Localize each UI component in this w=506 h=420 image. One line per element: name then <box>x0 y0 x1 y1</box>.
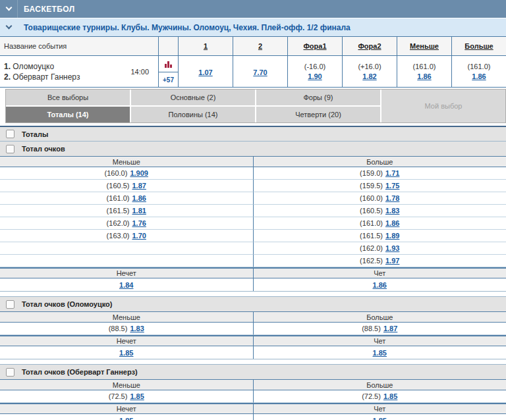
odds-link[interactable]: 1.93 <box>385 244 399 252</box>
odds-link[interactable]: 1.87 <box>383 325 397 332</box>
odds-link[interactable]: 1.85 <box>373 417 387 420</box>
tab-halves[interactable]: Половины (14) <box>131 107 255 122</box>
under-cell: (72.5)1.85 <box>0 390 253 403</box>
over-column-header: Больше <box>253 311 506 323</box>
league-header-bar: Товарищеские турниры. Клубы. Мужчины. Ол… <box>0 18 506 36</box>
over-cell: (159.0)1.71 <box>253 167 506 180</box>
more-bets-link[interactable]: +57 <box>159 72 178 87</box>
event-time: 14:00 <box>130 68 154 76</box>
total-row: (160.5)1.87 (159.5)1.75 <box>0 180 506 192</box>
column-header-handicap2-link[interactable]: Фора2 <box>358 42 381 50</box>
even-column-header: Чет <box>253 335 506 346</box>
odds-link[interactable]: 1.89 <box>385 232 399 240</box>
total-param: (160.0) <box>105 169 128 177</box>
team1-total-table: Меньше Больше (88.5)1.83 (88.5)1.87 Нече… <box>0 311 506 359</box>
total-param: (160.5) <box>360 207 383 215</box>
section-title: Тотал очков (Оломоуцко) <box>22 300 112 308</box>
total-param: (161.5) <box>107 207 130 215</box>
odds-link[interactable]: 1.85 <box>119 349 133 357</box>
tab-handicaps[interactable]: Форы (9) <box>256 90 380 105</box>
total-param: (162.0) <box>360 244 383 252</box>
odds-link[interactable]: 1.07 <box>198 68 212 76</box>
tab-totals[interactable]: Тоталы (14) <box>6 107 130 122</box>
odds-link[interactable]: 1.83 <box>385 207 399 215</box>
team1: 1. Оломоуцко <box>4 61 130 72</box>
odds-link[interactable]: 1.71 <box>385 169 399 177</box>
odds-param: (-16.0) <box>304 63 325 70</box>
total-param: (159.5) <box>360 182 383 190</box>
column-header-under: Меньше <box>397 37 451 55</box>
odds-link[interactable]: 1.84 <box>119 281 133 289</box>
stats-button[interactable] <box>159 56 178 72</box>
tab-all-picks[interactable]: Все выборы <box>6 90 130 105</box>
odd-even-row: 1.84 1.86 <box>0 278 506 291</box>
section-title: Тотал очков (Оберварт Ганнерз) <box>22 368 138 376</box>
column-header-2-link[interactable]: 2 <box>258 42 262 50</box>
column-header-2: 2 <box>233 37 287 55</box>
over-cell: (160.5)1.83 <box>253 205 506 217</box>
tab-my-pick[interactable]: Мой выбор <box>381 90 505 122</box>
odds-link[interactable]: 1.82 <box>362 72 376 80</box>
odds-link[interactable]: 1.86 <box>373 281 387 289</box>
odd-column-header: Нечет <box>0 335 253 346</box>
league-collapse-button[interactable] <box>0 18 18 36</box>
over-column-header: Больше <box>253 379 506 390</box>
stats-column: +57 <box>158 56 178 87</box>
odds-link[interactable]: 1.75 <box>385 182 399 190</box>
odds-link[interactable]: 1.85 <box>119 417 133 420</box>
odds-link[interactable]: 1.85 <box>130 392 144 400</box>
odds-link[interactable]: 1.78 <box>385 194 399 202</box>
team2-name: Оберварт Ганнерз <box>13 72 80 82</box>
odds-link[interactable]: 7.70 <box>253 68 267 76</box>
even-column-header: Чет <box>253 267 506 278</box>
section-checkbox[interactable] <box>6 300 14 309</box>
odds-link[interactable]: 1.70 <box>132 232 146 240</box>
odds-link[interactable]: 1.86 <box>385 219 399 227</box>
under-cell: (162.0)1.76 <box>0 217 253 230</box>
section-header-team2-total: Тотал очков (Оберварт Ганнерз) <box>0 364 506 379</box>
odds-link[interactable]: 1.86 <box>472 72 486 80</box>
column-header-1-link[interactable]: 1 <box>204 42 208 50</box>
under-cell: (161.5)1.81 <box>0 205 253 217</box>
odds-link[interactable]: 1.86 <box>132 194 146 202</box>
column-header-over-link[interactable]: Больше <box>464 42 493 50</box>
tab-quarters[interactable]: Четверти (20) <box>256 107 380 122</box>
total-row: (88.5)1.83 (88.5)1.87 <box>0 323 506 335</box>
column-header-handicap1-link[interactable]: Фора1 <box>303 42 326 50</box>
section-checkbox[interactable] <box>6 130 14 138</box>
odds-link[interactable]: 1.83 <box>130 325 144 332</box>
odds-link[interactable]: 1.90 <box>308 72 322 80</box>
even-cell: 1.85 <box>253 346 506 359</box>
odds-link[interactable]: 1.76 <box>132 219 146 227</box>
odds-link[interactable]: 1.85 <box>373 349 387 357</box>
over-cell: (161.0)1.86 <box>253 217 506 230</box>
column-header-handicap2: Фора2 <box>342 37 397 55</box>
odds-link[interactable]: 1.85 <box>383 392 397 400</box>
total-param: (88.5) <box>362 325 381 332</box>
sport-header-bar: БАСКЕТБОЛ <box>0 0 506 18</box>
section-checkbox[interactable] <box>6 368 14 377</box>
odds-link[interactable]: 1.97 <box>385 257 399 265</box>
column-header-under-link[interactable]: Меньше <box>410 42 439 50</box>
odds-link[interactable]: 1.86 <box>417 72 431 80</box>
total-param: (162.5) <box>360 257 383 265</box>
section-header-totals: Тоталы <box>0 126 506 141</box>
odds-link[interactable]: 1.909 <box>130 169 148 177</box>
under-cell: (163.0)1.70 <box>0 230 253 242</box>
column-header-handicap1: Фора1 <box>287 37 342 55</box>
over-cell: (160.0)1.78 <box>253 192 506 205</box>
section-checkbox[interactable] <box>6 145 14 153</box>
odd-even-header-row: Нечет Чет <box>0 335 506 346</box>
event-name-column-header: Название события <box>0 37 158 55</box>
odds-link[interactable]: 1.87 <box>132 182 146 190</box>
odds-cell-2: 7.70 <box>233 56 287 87</box>
even-column-header: Чет <box>253 403 506 414</box>
total-param: (72.5) <box>109 392 128 400</box>
total-param: (161.0) <box>360 219 383 227</box>
tab-main[interactable]: Основные (2) <box>131 90 255 105</box>
under-over-header-row: Меньше Больше <box>0 379 506 390</box>
total-param: (159.0) <box>360 169 383 177</box>
odds-link[interactable]: 1.81 <box>132 207 146 215</box>
market-tabs: Все выборы Основные (2) Форы (9) Мой выб… <box>5 89 506 123</box>
sport-collapse-button[interactable] <box>0 0 18 18</box>
